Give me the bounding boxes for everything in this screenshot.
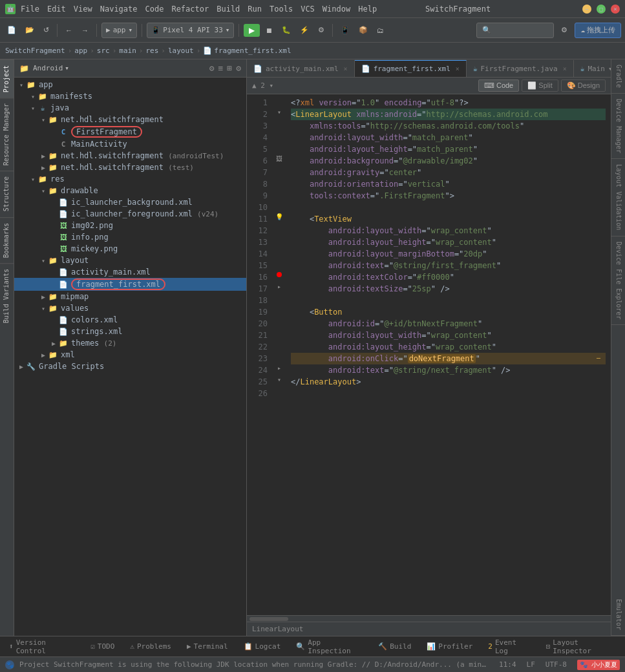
tree-item-layout[interactable]: ▾ 📁 layout — [14, 255, 246, 266]
resource-manager-tab[interactable]: Resource Manager — [0, 98, 14, 171]
toolbar-back[interactable]: ← — [62, 25, 76, 36]
menu-vcs[interactable]: VCS — [301, 5, 315, 14]
right-tab-layout-validation[interactable]: Layout Validation — [611, 159, 625, 236]
tree-item-info[interactable]: 🖼 info.png — [14, 231, 246, 243]
tree-item-firstfragment[interactable]: C FirstFragment — [14, 125, 246, 138]
panel-icon-sort[interactable]: ≡ — [218, 63, 224, 73]
tree-toggle-values[interactable]: ▾ — [39, 305, 48, 312]
scrollbar-thumb[interactable] — [249, 617, 288, 621]
tree-item-strings[interactable]: 📄 strings.xml — [14, 326, 246, 337]
tree-toggle-app[interactable]: ▾ — [17, 81, 26, 89]
tree-item-drawable[interactable]: ▾ 📁 drawable — [14, 185, 246, 196]
tree-toggle-androidtest[interactable]: ▶ — [39, 152, 48, 160]
device-file-button[interactable]: 🗂 — [374, 25, 387, 36]
tree-toggle-gradle[interactable]: ▶ — [17, 363, 26, 370]
color-dot-red[interactable] — [277, 272, 282, 277]
minimize-button[interactable]: − — [582, 5, 591, 14]
tree-toggle-xml-folder[interactable]: ▶ — [39, 352, 48, 359]
stop-button[interactable]: ⏹ — [262, 25, 276, 36]
tab-fragment-first[interactable]: 📄 fragment_first.xml × — [355, 60, 467, 77]
menu-build[interactable]: Build — [217, 5, 240, 14]
breadcrumb-layout[interactable]: layout — [168, 47, 194, 55]
bottom-tab-profiler[interactable]: 📊 Profiler — [423, 640, 476, 653]
menu-refactor[interactable]: Refactor — [171, 5, 209, 14]
right-tab-gradle[interactable]: Gradle — [611, 59, 625, 94]
tree-item-xml-folder[interactable]: ▶ 📁 xml — [14, 349, 246, 361]
sync-button[interactable]: ⚙ — [315, 24, 328, 36]
toolbar-refresh[interactable]: ↺ — [40, 24, 52, 36]
breadcrumb-res[interactable]: res — [145, 47, 158, 55]
tab-main[interactable]: ☕ Main ▾ — [574, 60, 611, 77]
tree-toggle-layout[interactable]: ▾ — [39, 257, 48, 264]
tree-toggle-drawable[interactable]: ▾ — [39, 187, 48, 194]
panel-icon-gear[interactable]: ⚙ — [209, 63, 215, 73]
maximize-button[interactable]: □ — [597, 5, 606, 14]
code-content[interactable]: <?xml version="1.0" encoding="utf-8"?> <… — [286, 94, 611, 615]
tree-item-manifests[interactable]: ▾ 📁 manifests — [14, 90, 246, 102]
breadcrumb-app[interactable]: app — [74, 47, 87, 55]
tree-item-activity-main[interactable]: 📄 activity_main.xml — [14, 266, 246, 278]
app-selector[interactable]: ▶ app ▾ — [101, 23, 137, 38]
horizontal-scrollbar[interactable] — [247, 615, 611, 622]
bottom-tab-app-inspection[interactable]: 🔍 App Inspection — [292, 636, 366, 658]
sdk-button[interactable]: 📦 — [355, 24, 371, 36]
bottom-tab-version-control[interactable]: ⬆ Version Control — [5, 636, 79, 658]
project-dropdown[interactable]: Android ▾ — [33, 64, 69, 72]
bottom-tab-event-log[interactable]: 2 Event Log — [484, 636, 534, 658]
breadcrumb-src[interactable]: src — [97, 47, 110, 55]
toolbar-forward[interactable]: → — [78, 25, 92, 36]
tree-item-package-main[interactable]: ▾ 📁 net.hdl.switchfragment — [14, 114, 246, 125]
tree-item-package-androidtest[interactable]: ▶ 📁 net.hdl.switchfragment (androidTest) — [14, 150, 246, 162]
search-box[interactable]: 🔍 — [476, 23, 554, 38]
tree-toggle-res[interactable]: ▾ — [28, 176, 37, 183]
menu-view[interactable]: View — [74, 5, 92, 14]
upload-button[interactable]: ☁ 拖拽上传 — [575, 23, 621, 38]
menu-file[interactable]: File — [21, 5, 39, 14]
panel-icon-expand[interactable]: ⊞ — [227, 63, 232, 73]
tree-item-java[interactable]: ▾ ☕ java — [14, 102, 246, 114]
tree-item-values[interactable]: ▾ 📁 values — [14, 302, 246, 314]
profile-button[interactable]: ⚡ — [297, 24, 312, 36]
tree-toggle-package-main[interactable]: ▾ — [39, 116, 48, 123]
bottom-tab-terminal[interactable]: ▶ Terminal — [183, 640, 232, 653]
breadcrumb-main[interactable]: main — [119, 47, 136, 55]
right-tab-device-manager[interactable]: Device Manager — [611, 94, 625, 159]
debug-button[interactable]: 🐛 — [279, 24, 294, 36]
panel-icon-settings[interactable]: ⚙ — [236, 63, 241, 73]
tree-item-app[interactable]: ▾ 📁 app — [14, 79, 246, 90]
menu-navigate[interactable]: Navigate — [100, 5, 138, 14]
bottom-tab-logcat[interactable]: 📋 Logcat — [240, 640, 285, 653]
close-button[interactable]: × — [611, 5, 620, 14]
bottom-tab-todo[interactable]: ☑ TODO — [87, 640, 118, 653]
fold-icon-2[interactable]: ▾ — [277, 109, 281, 116]
tree-item-mainactivity[interactable]: C MainActivity — [14, 138, 246, 150]
avd-button[interactable]: 📱 — [337, 24, 353, 36]
toolbar-new-project[interactable]: 📄 — [4, 24, 19, 36]
project-tab[interactable]: Project — [0, 59, 14, 98]
bottom-tab-problems[interactable]: ⚠ Problems — [126, 640, 175, 653]
view-btn-split[interactable]: ⬜ Split — [522, 79, 558, 92]
window-controls[interactable]: − □ × — [582, 5, 620, 14]
tree-item-ic-launcher-bg[interactable]: 📄 ic_launcher_background.xml — [14, 196, 246, 208]
tree-toggle-manifests[interactable]: ▾ — [28, 93, 37, 100]
menu-run[interactable]: Run — [248, 5, 262, 14]
tab-close-firstfragment-java[interactable]: × — [563, 65, 567, 72]
fold-icon-24[interactable]: ▸ — [277, 364, 281, 372]
bottom-tab-build[interactable]: 🔨 Build — [374, 640, 415, 653]
settings-button[interactable]: ⚙ — [558, 24, 571, 36]
toolbar-open[interactable]: 📂 — [22, 24, 37, 36]
fold-icon-25[interactable]: ▾ — [277, 376, 281, 383]
menu-window[interactable]: Window — [323, 5, 350, 14]
fold-icon-17[interactable]: ▸ — [277, 283, 281, 290]
bookmarks-tab[interactable]: Bookmarks — [0, 217, 14, 263]
menu-code[interactable]: Code — [145, 5, 164, 14]
structure-tab[interactable]: Structure — [0, 171, 14, 216]
view-btn-design[interactable]: 🎨 Design — [561, 79, 606, 92]
tree-toggle-test[interactable]: ▶ — [39, 164, 48, 171]
tree-item-res[interactable]: ▾ 📁 res — [14, 173, 246, 185]
breadcrumb-switchfragment[interactable]: SwitchFragment — [5, 47, 65, 55]
tree-item-themes[interactable]: ▶ 📁 themes (2) — [14, 337, 246, 349]
menu-edit[interactable]: Edit — [47, 5, 66, 14]
right-tab-emulator[interactable]: Emulator — [611, 594, 625, 636]
tab-activity-main[interactable]: 📄 activity_main.xml × — [247, 60, 355, 77]
